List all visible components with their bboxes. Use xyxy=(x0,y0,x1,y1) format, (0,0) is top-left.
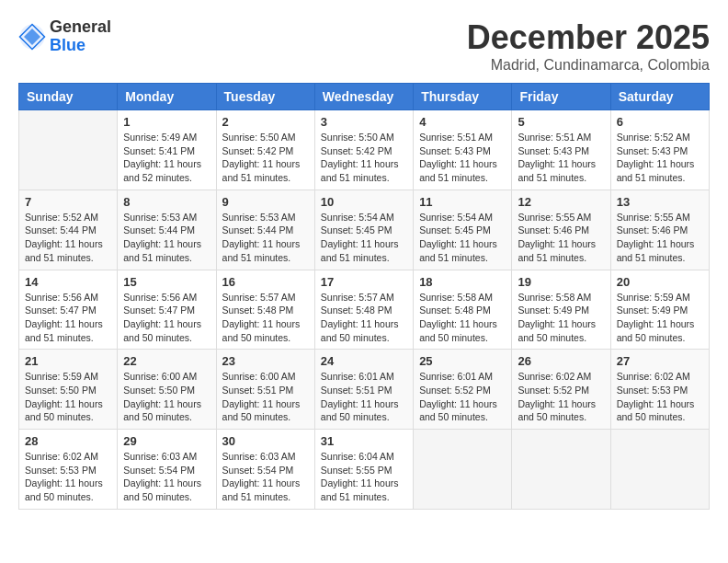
day-info: Sunrise: 5:59 AM Sunset: 5:49 PM Dayligh… xyxy=(617,291,703,345)
calendar-week-row: 28Sunrise: 6:02 AM Sunset: 5:53 PM Dayli… xyxy=(19,430,710,510)
weekday-header-row: SundayMondayTuesdayWednesdayThursdayFrid… xyxy=(19,84,710,110)
calendar-cell: 13Sunrise: 5:55 AM Sunset: 5:46 PM Dayli… xyxy=(610,190,709,270)
day-number: 24 xyxy=(321,354,407,368)
calendar-cell: 11Sunrise: 5:54 AM Sunset: 5:45 PM Dayli… xyxy=(414,190,512,270)
calendar-week-row: 1Sunrise: 5:49 AM Sunset: 5:41 PM Daylig… xyxy=(19,110,710,190)
day-info: Sunrise: 6:00 AM Sunset: 5:50 PM Dayligh… xyxy=(123,370,210,424)
calendar-cell: 20Sunrise: 5:59 AM Sunset: 5:49 PM Dayli… xyxy=(610,270,709,350)
day-number: 21 xyxy=(25,354,111,368)
day-info: Sunrise: 5:57 AM Sunset: 5:48 PM Dayligh… xyxy=(321,291,407,345)
calendar-cell: 22Sunrise: 6:00 AM Sunset: 5:50 PM Dayli… xyxy=(118,350,216,430)
day-number: 23 xyxy=(222,354,309,368)
calendar-week-row: 7Sunrise: 5:52 AM Sunset: 5:44 PM Daylig… xyxy=(19,190,710,270)
day-info: Sunrise: 6:03 AM Sunset: 5:54 PM Dayligh… xyxy=(222,450,309,504)
day-info: Sunrise: 5:53 AM Sunset: 5:44 PM Dayligh… xyxy=(123,211,210,265)
day-info: Sunrise: 5:55 AM Sunset: 5:46 PM Dayligh… xyxy=(617,211,703,265)
day-info: Sunrise: 5:50 AM Sunset: 5:42 PM Dayligh… xyxy=(222,131,309,185)
calendar-cell: 21Sunrise: 5:59 AM Sunset: 5:50 PM Dayli… xyxy=(19,350,118,430)
subtitle: Madrid, Cundinamarca, Colombia xyxy=(467,57,710,74)
logo-text: General Blue xyxy=(50,18,111,55)
day-number: 4 xyxy=(419,115,506,129)
weekday-header: Friday xyxy=(512,84,610,110)
day-info: Sunrise: 5:51 AM Sunset: 5:43 PM Dayligh… xyxy=(518,131,604,185)
calendar-cell: 12Sunrise: 5:55 AM Sunset: 5:46 PM Dayli… xyxy=(512,190,610,270)
logo: General Blue xyxy=(18,18,111,55)
calendar-cell: 18Sunrise: 5:58 AM Sunset: 5:48 PM Dayli… xyxy=(414,270,512,350)
day-number: 17 xyxy=(321,275,407,289)
day-number: 14 xyxy=(25,275,111,289)
calendar-cell: 28Sunrise: 6:02 AM Sunset: 5:53 PM Dayli… xyxy=(19,430,118,510)
day-info: Sunrise: 5:55 AM Sunset: 5:46 PM Dayligh… xyxy=(518,211,604,265)
day-number: 2 xyxy=(222,115,309,129)
calendar-cell: 5Sunrise: 5:51 AM Sunset: 5:43 PM Daylig… xyxy=(512,110,610,190)
calendar-cell: 24Sunrise: 6:01 AM Sunset: 5:51 PM Dayli… xyxy=(314,350,413,430)
day-info: Sunrise: 5:54 AM Sunset: 5:45 PM Dayligh… xyxy=(419,211,506,265)
day-number: 18 xyxy=(419,275,506,289)
day-info: Sunrise: 5:52 AM Sunset: 5:44 PM Dayligh… xyxy=(25,211,111,265)
calendar-cell: 16Sunrise: 5:57 AM Sunset: 5:48 PM Dayli… xyxy=(216,270,314,350)
day-number: 27 xyxy=(617,354,703,368)
day-number: 11 xyxy=(419,195,506,209)
calendar-cell: 17Sunrise: 5:57 AM Sunset: 5:48 PM Dayli… xyxy=(314,270,413,350)
calendar-cell: 30Sunrise: 6:03 AM Sunset: 5:54 PM Dayli… xyxy=(216,430,314,510)
day-info: Sunrise: 5:51 AM Sunset: 5:43 PM Dayligh… xyxy=(419,131,506,185)
calendar-cell: 29Sunrise: 6:03 AM Sunset: 5:54 PM Dayli… xyxy=(118,430,216,510)
calendar-cell: 1Sunrise: 5:49 AM Sunset: 5:41 PM Daylig… xyxy=(118,110,216,190)
logo-icon xyxy=(18,23,46,51)
calendar-week-row: 21Sunrise: 5:59 AM Sunset: 5:50 PM Dayli… xyxy=(19,350,710,430)
day-info: Sunrise: 5:56 AM Sunset: 5:47 PM Dayligh… xyxy=(123,291,210,345)
day-info: Sunrise: 6:04 AM Sunset: 5:55 PM Dayligh… xyxy=(321,450,407,504)
day-number: 12 xyxy=(518,195,604,209)
day-number: 31 xyxy=(321,434,407,448)
day-number: 10 xyxy=(321,195,407,209)
calendar-cell xyxy=(512,430,610,510)
calendar-table: SundayMondayTuesdayWednesdayThursdayFrid… xyxy=(18,83,710,510)
day-info: Sunrise: 6:03 AM Sunset: 5:54 PM Dayligh… xyxy=(123,450,210,504)
day-info: Sunrise: 5:53 AM Sunset: 5:44 PM Dayligh… xyxy=(222,211,309,265)
day-number: 8 xyxy=(123,195,210,209)
day-info: Sunrise: 6:01 AM Sunset: 5:52 PM Dayligh… xyxy=(419,370,506,424)
day-info: Sunrise: 5:57 AM Sunset: 5:48 PM Dayligh… xyxy=(222,291,309,345)
weekday-header: Tuesday xyxy=(216,84,314,110)
day-info: Sunrise: 6:02 AM Sunset: 5:53 PM Dayligh… xyxy=(25,450,111,504)
day-number: 25 xyxy=(419,354,506,368)
calendar-cell xyxy=(19,110,118,190)
main-title: December 2025 xyxy=(467,18,710,57)
day-number: 1 xyxy=(123,115,210,129)
calendar-cell: 4Sunrise: 5:51 AM Sunset: 5:43 PM Daylig… xyxy=(414,110,512,190)
weekday-header: Thursday xyxy=(414,84,512,110)
calendar-cell: 23Sunrise: 6:00 AM Sunset: 5:51 PM Dayli… xyxy=(216,350,314,430)
logo-general-text: General xyxy=(50,18,111,37)
day-info: Sunrise: 5:56 AM Sunset: 5:47 PM Dayligh… xyxy=(25,291,111,345)
page-header: General Blue December 2025 Madrid, Cundi… xyxy=(18,18,710,74)
day-info: Sunrise: 5:49 AM Sunset: 5:41 PM Dayligh… xyxy=(123,131,210,185)
day-number: 6 xyxy=(617,115,703,129)
day-number: 19 xyxy=(518,275,604,289)
day-number: 26 xyxy=(518,354,604,368)
day-number: 15 xyxy=(123,275,210,289)
calendar-cell: 2Sunrise: 5:50 AM Sunset: 5:42 PM Daylig… xyxy=(216,110,314,190)
day-info: Sunrise: 5:59 AM Sunset: 5:50 PM Dayligh… xyxy=(25,370,111,424)
weekday-header: Wednesday xyxy=(314,84,413,110)
calendar-cell: 8Sunrise: 5:53 AM Sunset: 5:44 PM Daylig… xyxy=(118,190,216,270)
calendar-cell xyxy=(610,430,709,510)
calendar-cell: 3Sunrise: 5:50 AM Sunset: 5:42 PM Daylig… xyxy=(314,110,413,190)
calendar-header: SundayMondayTuesdayWednesdayThursdayFrid… xyxy=(19,84,710,110)
day-info: Sunrise: 5:58 AM Sunset: 5:48 PM Dayligh… xyxy=(419,291,506,345)
day-info: Sunrise: 6:01 AM Sunset: 5:51 PM Dayligh… xyxy=(321,370,407,424)
day-number: 29 xyxy=(123,434,210,448)
calendar-cell: 15Sunrise: 5:56 AM Sunset: 5:47 PM Dayli… xyxy=(118,270,216,350)
day-number: 7 xyxy=(25,195,111,209)
day-info: Sunrise: 5:58 AM Sunset: 5:49 PM Dayligh… xyxy=(518,291,604,345)
day-info: Sunrise: 6:02 AM Sunset: 5:52 PM Dayligh… xyxy=(518,370,604,424)
calendar-cell xyxy=(414,430,512,510)
day-number: 5 xyxy=(518,115,604,129)
calendar-body: 1Sunrise: 5:49 AM Sunset: 5:41 PM Daylig… xyxy=(19,110,710,510)
calendar-cell: 31Sunrise: 6:04 AM Sunset: 5:55 PM Dayli… xyxy=(314,430,413,510)
calendar-cell: 10Sunrise: 5:54 AM Sunset: 5:45 PM Dayli… xyxy=(314,190,413,270)
day-info: Sunrise: 5:52 AM Sunset: 5:43 PM Dayligh… xyxy=(617,131,703,185)
weekday-header: Saturday xyxy=(610,84,709,110)
logo-blue-text: Blue xyxy=(50,37,111,55)
day-number: 20 xyxy=(617,275,703,289)
calendar-cell: 19Sunrise: 5:58 AM Sunset: 5:49 PM Dayli… xyxy=(512,270,610,350)
